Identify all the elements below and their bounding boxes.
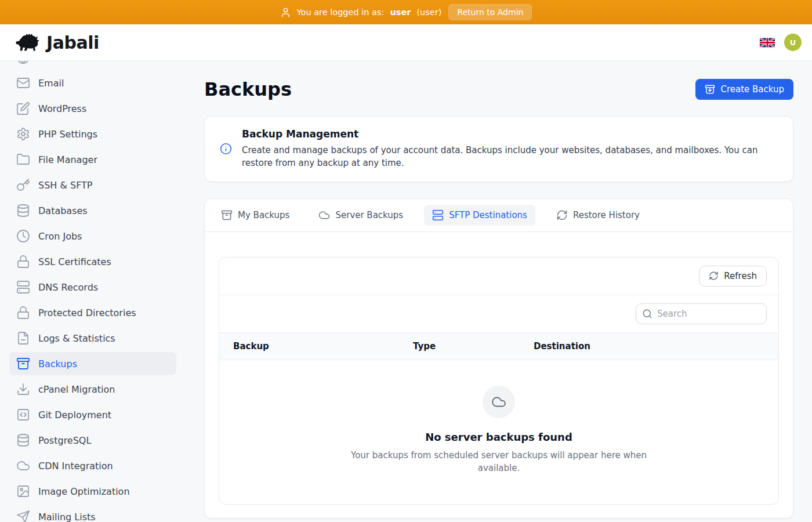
lock-icon [16, 306, 30, 320]
info-icon [220, 143, 232, 155]
tab-restore-history[interactable]: Restore History [548, 205, 648, 226]
info-card-content: Backup Management Create and manage back… [242, 128, 778, 170]
sidebar-item-databases[interactable]: Databases [9, 199, 176, 222]
image-icon [16, 484, 30, 498]
globe-icon [16, 61, 30, 64]
server-icon [432, 209, 444, 221]
cloud-icon [491, 394, 506, 409]
backup-management-info-card: Backup Management Create and manage back… [204, 116, 793, 182]
server-backups-card: Refresh Backup Type Destination [219, 257, 779, 505]
refresh-icon [556, 209, 568, 221]
server-icon [16, 280, 30, 294]
sidebar-item-mailing-lists[interactable]: Mailing Lists [9, 505, 176, 522]
column-header-backup: Backup [233, 341, 413, 351]
tab-server-backups[interactable]: Server Backups [310, 205, 411, 226]
sidebar-item-email[interactable]: Email [9, 71, 176, 95]
tab-my-backups[interactable]: My Backups [213, 205, 298, 226]
create-backup-button[interactable]: Create Backup [695, 79, 793, 100]
sidebar-nav: Email WordPress PHP Settings File Manage… [0, 61, 186, 522]
database-icon [16, 204, 30, 217]
user-icon [280, 7, 291, 18]
refresh-button[interactable]: Refresh [699, 266, 767, 287]
sidebar-item-dns-records[interactable]: DNS Records [9, 276, 176, 299]
sidebar-item-logs-statistics[interactable]: Logs & Statistics [9, 327, 176, 350]
return-to-admin-button[interactable]: Return to Admin [448, 4, 532, 20]
logged-in-username: user [390, 8, 411, 17]
sidebar-item-git-deployment[interactable]: Git Deployment [9, 403, 176, 426]
sidebar-item-ssh-sftp[interactable]: SSH & SFTP [9, 173, 176, 197]
search-icon [642, 309, 652, 319]
sidebar-item-protected-directories[interactable]: Protected Directories [9, 301, 176, 324]
sidebar-item-label: Cron Jobs [38, 231, 82, 242]
sidebar-item-clipped[interactable] [9, 61, 176, 69]
language-flag-icon[interactable] [760, 38, 775, 48]
logged-in-role: (user) [416, 8, 441, 17]
sidebar-item-label: Mailing Lists [38, 512, 96, 522]
tab-label: Restore History [573, 210, 640, 220]
toolbar-row: Refresh [219, 258, 778, 295]
download-icon [16, 382, 30, 396]
database-icon [16, 433, 30, 447]
page-title: Backups [204, 78, 292, 100]
folder-icon [16, 153, 30, 166]
sidebar-item-label: Git Deployment [38, 409, 111, 420]
sidebar-item-label: Databases [38, 205, 88, 216]
sidebar-item-label: SSH & SFTP [38, 180, 93, 191]
sidebar-item-cdn-integration[interactable]: CDN Integration [9, 454, 176, 477]
sidebar-item-label: DNS Records [38, 282, 98, 293]
file-icon [16, 331, 30, 345]
sidebar-item-php-settings[interactable]: PHP Settings [9, 122, 176, 146]
sidebar-item-label: PHP Settings [38, 129, 97, 140]
sidebar-item-label: Backups [38, 358, 77, 369]
search-input[interactable] [636, 303, 767, 324]
refresh-label: Refresh [724, 271, 757, 281]
main-content: Backups Create Backup Backup Management … [186, 61, 812, 522]
sidebar-item-backups[interactable]: Backups [9, 352, 176, 375]
info-card-title: Backup Management [242, 128, 778, 140]
page-header: Backups Create Backup [204, 78, 793, 100]
column-header-destination: Destination [534, 341, 764, 351]
sidebar-item-label: Protected Directories [38, 307, 136, 318]
boar-logo-icon [15, 32, 42, 52]
header-actions: U [760, 34, 802, 51]
mail-icon [16, 76, 30, 90]
sidebar-item-label: File Manager [38, 154, 97, 165]
table-header-row: Backup Type Destination [219, 332, 778, 360]
refresh-icon [709, 271, 719, 281]
backups-tab-bar: My Backups Server Backups SFTP Destinati… [205, 199, 793, 232]
admin-impersonation-bar: You are logged in as: user (user) Return… [0, 0, 812, 24]
sidebar-item-postgresql[interactable]: PostgreSQL [9, 429, 176, 452]
cloud-icon [318, 209, 330, 221]
sidebar-item-label: Logs & Statistics [38, 333, 115, 344]
site-header: Jabali U [0, 24, 812, 61]
sidebar-item-label: Email [38, 78, 64, 89]
clock-icon [16, 229, 30, 243]
tab-sftp-destinations[interactable]: SFTP Destinations [424, 205, 535, 226]
send-icon [16, 510, 30, 522]
sidebar-item-label: Image Optimization [38, 486, 130, 497]
sidebar-item-ssl-certificates[interactable]: SSL Certificates [9, 250, 176, 273]
column-header-type: Type [413, 341, 534, 351]
brand-logo[interactable]: Jabali [15, 32, 99, 53]
sidebar-item-wordpress[interactable]: WordPress [9, 97, 176, 120]
edit-icon [16, 102, 30, 115]
tab-label: SFTP Destinations [449, 210, 527, 220]
empty-state-title: No server backups found [425, 431, 572, 443]
sidebar-item-label: WordPress [38, 103, 86, 114]
sidebar-item-label: CDN Integration [38, 461, 113, 472]
lock-icon [16, 255, 30, 269]
archive-down-icon [705, 84, 715, 95]
tab-label: Server Backups [335, 210, 403, 220]
brand-name: Jabali [46, 32, 99, 53]
sidebar-item-cron-jobs[interactable]: Cron Jobs [9, 224, 176, 248]
user-avatar[interactable]: U [784, 34, 802, 51]
sidebar-item-cpanel-migration[interactable]: cPanel Migration [9, 378, 176, 401]
panel-body: Refresh Backup Type Destination [205, 232, 793, 518]
sidebar-item-label: cPanel Migration [38, 384, 115, 395]
empty-state-description: Your backups from scheduled server backu… [348, 449, 650, 475]
sidebar-item-label: PostgreSQL [38, 435, 91, 446]
info-card-description: Create and manage backups of your accoun… [242, 144, 778, 170]
archive-icon [221, 209, 233, 221]
sidebar-item-file-manager[interactable]: File Manager [9, 148, 176, 171]
sidebar-item-image-optimization[interactable]: Image Optimization [9, 480, 176, 503]
